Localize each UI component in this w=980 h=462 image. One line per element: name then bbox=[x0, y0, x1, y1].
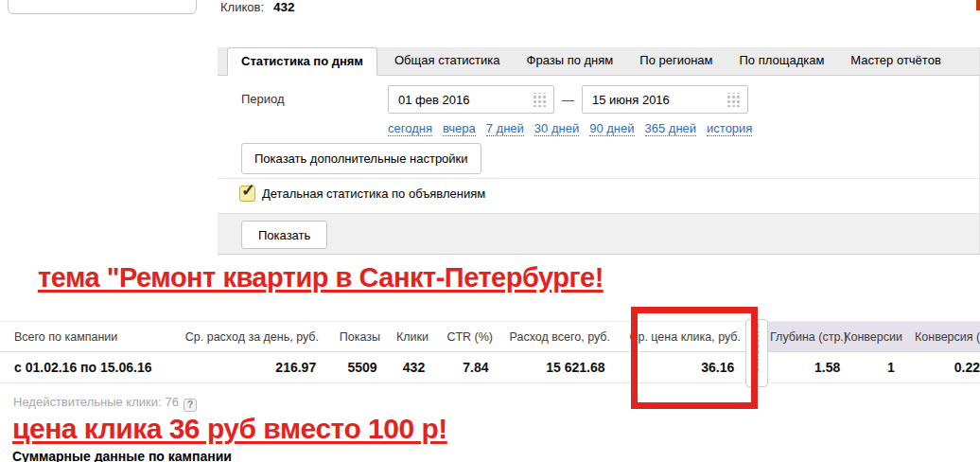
campaign-stats-table: Всего по кампании Ср. расход за день, ру… bbox=[0, 321, 980, 383]
col-header-ctr: CTR (%) bbox=[429, 322, 493, 351]
period-date-range: 01 фев 2016 — 15 июня 2016 bbox=[388, 85, 748, 114]
col-header-avg-click-price: Ср. цена клика, руб. bbox=[610, 322, 741, 351]
period-label: Период bbox=[241, 92, 285, 106]
quick-range-links: сегодня вчера 7 дней 30 дней 90 дней 365… bbox=[388, 121, 762, 136]
range-link-30-days[interactable]: 30 дней bbox=[534, 121, 579, 136]
cell-avg-daily-spend: 216.97 bbox=[201, 352, 316, 382]
date-to-field[interactable]: 15 июня 2016 bbox=[582, 85, 748, 114]
clicks-value: 432 bbox=[273, 0, 295, 14]
col-header-depth: Глубина (стр.) bbox=[768, 322, 848, 351]
date-from-value: 01 фев 2016 bbox=[398, 93, 469, 107]
col-header-conversions: Конверсии bbox=[848, 322, 902, 351]
clicks-label: Кликов: bbox=[220, 0, 264, 14]
range-link-history[interactable]: история bbox=[707, 121, 752, 136]
panel-footer: Показать bbox=[218, 213, 979, 255]
chevron-expand-icon: » bbox=[753, 323, 761, 329]
col-header-total-spend: Расход всего, руб. bbox=[493, 322, 610, 351]
cell-depth: 1.58 bbox=[761, 352, 840, 382]
cell-period: с 01.02.16 по 15.06.16 bbox=[0, 352, 201, 382]
tab-phrases-by-day[interactable]: Фразы по дням bbox=[514, 46, 627, 75]
checkbox-checked-icon: ✓ bbox=[241, 180, 255, 201]
table-row: с 01.02.16 по 15.06.16 216.97 5509 432 7… bbox=[0, 352, 980, 383]
range-link-365-days[interactable]: 365 дней bbox=[645, 121, 697, 136]
detail-stats-checkbox[interactable]: ✓ bbox=[239, 186, 255, 202]
annotation-headline-top: тема "Ремонт квартир в Санкт-Петербурге! bbox=[38, 262, 604, 293]
metrika-columns-toggle[interactable]: » метрика bbox=[745, 319, 768, 387]
cell-conversions: 1 bbox=[840, 352, 895, 382]
table-header-row: Всего по кампании Ср. расход за день, ру… bbox=[0, 321, 980, 352]
invalid-clicks-label: Недействительные клики: bbox=[13, 395, 162, 409]
stats-tabbar: Статистика по дням Общая статистика Фраз… bbox=[218, 47, 979, 76]
cell-total-spend: 15 621.68 bbox=[489, 352, 605, 382]
panel-divider bbox=[218, 178, 979, 179]
calendar-icon[interactable] bbox=[532, 93, 546, 107]
statistics-filter-panel: Статистика по дням Общая статистика Фраз… bbox=[218, 47, 980, 255]
range-link-90-days[interactable]: 90 дней bbox=[589, 121, 634, 136]
col-header-impressions: Показы bbox=[319, 322, 380, 351]
invalid-clicks-value: 76 bbox=[166, 395, 179, 409]
more-settings-button[interactable]: Показать дополнительные настройки bbox=[241, 143, 481, 174]
date-from-field[interactable]: 01 фев 2016 bbox=[388, 85, 554, 114]
search-input[interactable] bbox=[8, 0, 197, 14]
show-button[interactable]: Показать bbox=[241, 221, 327, 249]
help-icon[interactable]: ? bbox=[184, 399, 197, 412]
tab-general-stats[interactable]: Общая статистика bbox=[381, 46, 514, 75]
cell-ctr: 7.84 bbox=[425, 352, 488, 382]
corner-red-mark bbox=[976, 0, 980, 10]
date-range-dash: — bbox=[562, 93, 574, 107]
col-header-avg-daily-spend: Ср. расход за день, руб. bbox=[203, 322, 319, 351]
range-link-7-days[interactable]: 7 дней bbox=[486, 121, 524, 136]
cell-avg-click-price: 36.16 bbox=[605, 352, 735, 382]
range-link-yesterday[interactable]: вчера bbox=[443, 121, 476, 136]
col-header-clicks: Клики bbox=[380, 322, 429, 351]
clicks-summary: Кликов:432 bbox=[220, 0, 295, 14]
detail-stats-checkbox-label[interactable]: Детальная статистика по объявлениям bbox=[262, 187, 485, 201]
calendar-icon[interactable] bbox=[726, 93, 740, 107]
detail-stats-checkbox-row: ✓ Детальная статистика по объявлениям bbox=[239, 186, 485, 202]
invalid-clicks-line: Недействительные клики:76? bbox=[13, 395, 197, 412]
tab-by-regions[interactable]: По регионам bbox=[626, 46, 726, 75]
summary-section-title: Суммарные данные по кампании bbox=[12, 449, 232, 462]
cell-impressions: 5509 bbox=[316, 352, 376, 382]
cell-conversion-rate: 0.22 bbox=[895, 352, 980, 382]
tab-report-wizard[interactable]: Мастер отчётов bbox=[837, 46, 954, 75]
yandex-direct-stats-page: Кликов:432 Статистика по дням Общая стат… bbox=[0, 0, 980, 462]
tab-by-platforms[interactable]: По площадкам bbox=[726, 46, 838, 75]
cell-clicks: 432 bbox=[377, 352, 426, 382]
col-header-conversion-rate: Конверсия (%) bbox=[902, 322, 980, 351]
col-header-campaign-total: Всего по кампании bbox=[0, 322, 203, 351]
metrika-tab-label: метрика bbox=[751, 330, 762, 373]
tab-stats-by-day[interactable]: Статистика по дням bbox=[227, 47, 377, 76]
range-link-today[interactable]: сегодня bbox=[388, 121, 432, 136]
date-to-value: 15 июня 2016 bbox=[592, 93, 670, 107]
annotation-headline-bottom: цена клика 36 руб вместо 100 р! bbox=[12, 413, 447, 445]
